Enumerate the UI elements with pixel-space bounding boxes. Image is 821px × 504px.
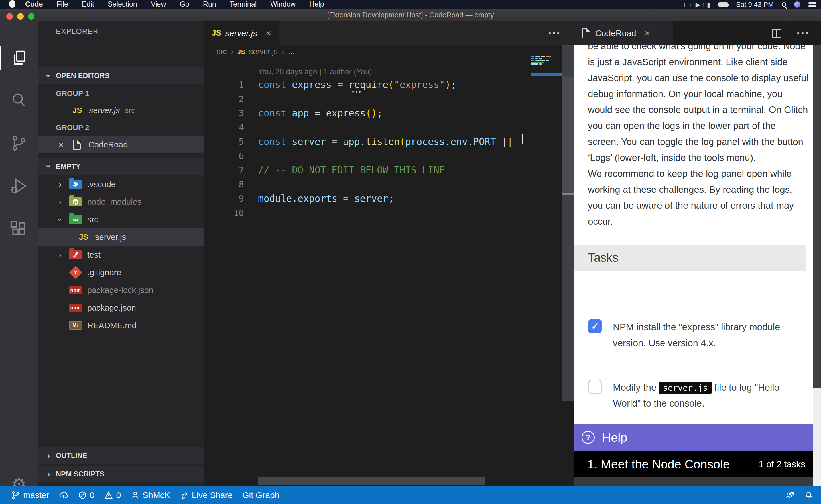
code-line-6[interactable]: 6	[204, 149, 574, 163]
menu-item-selection[interactable]: Selection	[101, 0, 144, 8]
tree-item-READMEmd[interactable]: M↓README.md	[38, 317, 204, 334]
menu-item-help[interactable]: Help	[303, 0, 331, 8]
tree-item-node_modules[interactable]: ›jsnode_modules	[38, 193, 204, 211]
apple-menu-icon[interactable]	[9, 0, 15, 8]
split-editor-icon[interactable]	[772, 29, 781, 38]
menu-item-go[interactable]: Go	[173, 0, 196, 8]
token: // -- DO NOT EDIT BELOW THIS LINE	[258, 165, 445, 176]
task-text-line: Modify the server.js file to log "Hello	[613, 380, 779, 396]
hint-dots-decoration	[352, 91, 361, 93]
status-feedback-icon[interactable]	[781, 486, 799, 504]
token: =	[309, 108, 326, 119]
sidebar-section-npm-scripts[interactable]: ›NPM SCRIPTS	[38, 466, 204, 482]
status-live-share[interactable]: Live Share	[175, 486, 238, 504]
line-number: 5	[204, 136, 244, 147]
code-line-5[interactable]: 5const server = app.listen(process.env.P…	[204, 134, 574, 149]
tree-item-vscode[interactable]: ›.vscode	[38, 175, 204, 193]
activity-item-search[interactable]	[0, 86, 38, 113]
code-line-9[interactable]: 9module.exports = server;	[204, 191, 574, 206]
gitlens-blame-annotation: You, 20 days ago | 1 author (You)	[258, 65, 372, 78]
siri-icon[interactable]	[794, 1, 800, 8]
token: exports	[298, 193, 337, 204]
code-line-1[interactable]: 1const express = require("express");	[204, 77, 574, 92]
menu-item-edit[interactable]: Edit	[75, 0, 101, 8]
horizontal-scrollbar[interactable]	[258, 477, 485, 485]
code-line-7[interactable]: 7// -- DO NOT EDIT BELOW THIS LINE	[204, 163, 574, 177]
js-file-icon: JS	[238, 48, 245, 56]
close-window-button[interactable]	[6, 13, 13, 20]
activity-item-extensions[interactable]	[0, 216, 38, 243]
task-checkbox[interactable]	[588, 380, 602, 394]
task-checkbox[interactable]: ✓	[588, 319, 602, 333]
file-icon-node-folder: js	[69, 196, 82, 208]
group-label: GROUP 2	[56, 123, 89, 132]
status-cloud-upload[interactable]	[54, 486, 73, 504]
close-editor-icon[interactable]: ×	[58, 140, 64, 150]
tree-item-src[interactable]: ›</>src	[38, 211, 204, 228]
open-editor-item-coderoad[interactable]: ×CodeRoad	[38, 136, 204, 153]
tree-item-gitignore[interactable]: Y.gitignore	[38, 264, 204, 281]
vscode-window: CodeFileEditSelectionViewGoRunTerminalWi…	[0, 0, 821, 504]
sidebar-section-outline[interactable]: ›OUTLINE	[38, 447, 204, 464]
close-tab-icon[interactable]: ×	[266, 28, 271, 38]
tree-item-packagelockjson[interactable]: npmpackage-lock.json	[38, 281, 204, 299]
token: ||	[501, 136, 513, 147]
menu-item-file[interactable]: File	[50, 0, 75, 8]
status-0[interactable]: 0	[73, 486, 99, 504]
status-bell-icon[interactable]	[799, 486, 818, 504]
lesson-bar[interactable]: 1. Meet the Node Console 1 of 2 tasks	[574, 451, 813, 477]
minimap[interactable]	[531, 56, 562, 65]
open-editors-header[interactable]: ›OPEN EDITORS	[38, 67, 204, 84]
status-master[interactable]: master	[6, 486, 54, 504]
status-shmck[interactable]: ShMcK	[126, 486, 175, 504]
task-item-1[interactable]: ✓NPM install the "express" library modul…	[588, 319, 780, 351]
status-0[interactable]: 0	[99, 486, 126, 504]
control-center-icon[interactable]	[808, 2, 816, 7]
status-git-graph[interactable]: Git Graph	[238, 486, 284, 504]
tab-coderoad[interactable]: CodeRoad ×	[574, 21, 673, 45]
token: =	[326, 136, 343, 147]
task-item-2[interactable]: Modify the server.js file to log "HelloW…	[588, 380, 779, 411]
activity-item-explorer[interactable]	[0, 44, 38, 71]
minimize-window-button[interactable]	[17, 13, 24, 20]
tree-label: .vscode	[87, 180, 116, 189]
token: .	[445, 136, 451, 147]
menu-item-terminal[interactable]: Terminal	[223, 0, 264, 8]
menu-item-run[interactable]: Run	[196, 0, 223, 8]
code-line-3[interactable]: 3const app = express();	[204, 106, 574, 120]
minimap-line	[531, 62, 562, 63]
menu-status-icons: □ ○ ▶ ↑ ▮	[685, 1, 710, 9]
menu-item-code[interactable]: Code	[25, 0, 50, 8]
tree-item-packagejson[interactable]: npmpackage.json	[38, 299, 204, 317]
group-label: GROUP 1	[56, 89, 89, 98]
tree-item-test[interactable]: ›test	[38, 246, 204, 264]
code-editor[interactable]: 1const express = require("express");23co…	[204, 77, 574, 220]
close-tab-icon[interactable]: ×	[645, 28, 650, 38]
editor-actions-more-icon[interactable]	[797, 32, 808, 34]
tree-item-serverjs[interactable]: JSserver.js	[38, 228, 204, 246]
vertical-scrollbar[interactable]	[562, 45, 574, 401]
window-title-bar[interactable]: [Extension Development Host] - CodeRoad …	[0, 9, 821, 21]
token: app	[343, 136, 360, 147]
code-line-8[interactable]: 8	[204, 177, 574, 191]
explorer-sidebar: EXPLORER ›OPEN EDITORS GROUP 1JSserver.j…	[38, 21, 204, 486]
zoom-window-button[interactable]	[28, 13, 34, 20]
tab-server-js[interactable]: JS server.js ×	[204, 21, 279, 45]
open-editor-item-server.js[interactable]: JSserver.jssrc	[38, 102, 204, 119]
menu-item-view[interactable]: View	[144, 0, 173, 8]
folder-section-header[interactable]: ›EMPTY	[38, 158, 204, 175]
activity-item-run-debug[interactable]	[0, 172, 38, 200]
spotlight-search-icon[interactable]	[782, 2, 786, 7]
chevron-right-icon: ›	[46, 451, 52, 460]
token: =	[337, 193, 354, 204]
editor-actions-more-icon[interactable]	[549, 32, 559, 34]
activity-item-source-control[interactable]	[0, 130, 38, 157]
code-line-2[interactable]: 2	[204, 92, 574, 106]
menu-clock[interactable]: Sat 9:43 PM	[736, 1, 774, 9]
webview-scrollbar[interactable]	[813, 45, 821, 486]
help-bar[interactable]: ? Help	[574, 424, 813, 451]
code-line-10[interactable]: 10	[204, 206, 574, 220]
menu-item-window[interactable]: Window	[264, 0, 303, 8]
code-line-4[interactable]: 4	[204, 120, 574, 134]
breadcrumb[interactable]: src› JS server.js› ...	[217, 45, 295, 58]
